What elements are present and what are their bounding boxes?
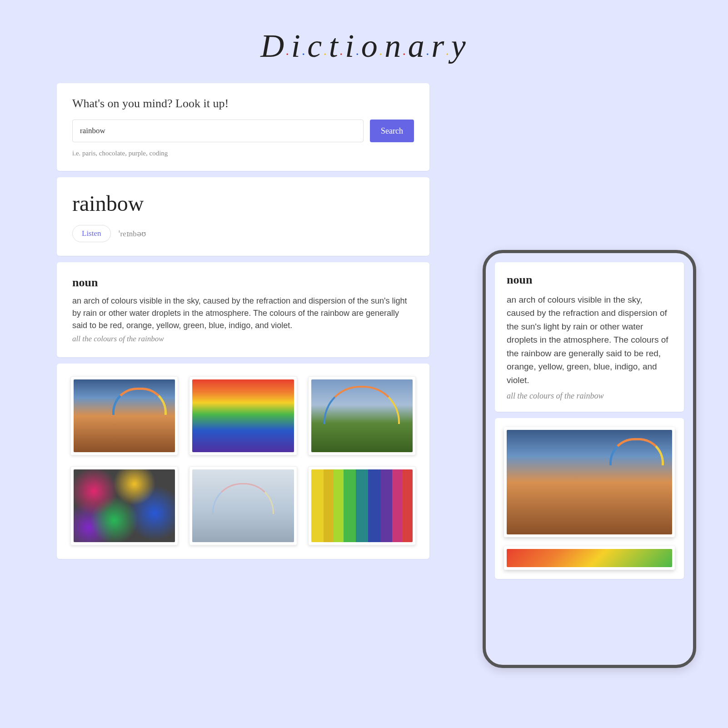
mobile-gallery-card: [495, 418, 684, 579]
gallery-thumb[interactable]: [308, 376, 416, 455]
search-title: What's on you mind? Look it up!: [72, 97, 414, 110]
word-card: rainbow Listen ˈreɪnbəʊ: [57, 177, 429, 256]
search-card: What's on you mind? Look it up! Search i…: [57, 83, 429, 171]
mobile-part-of-speech: noun: [507, 273, 672, 287]
rainbow-image: [74, 379, 175, 452]
gallery-thumb[interactable]: [308, 466, 416, 545]
mobile-definition-card: noun an arch of colours visible in the s…: [495, 262, 684, 412]
rainbow-image: [507, 549, 672, 567]
definition-card: noun an arch of colours visible in the s…: [57, 262, 429, 357]
logo-text: D.i.c.t.i.o.n.a.r.y: [260, 27, 468, 65]
gallery-thumb[interactable]: [70, 376, 178, 455]
gallery-thumb[interactable]: [189, 376, 297, 455]
search-hint: i.e. paris, chocolate, purple, coding: [72, 150, 414, 157]
rainbow-image: [507, 430, 672, 534]
gallery-thumb[interactable]: [189, 466, 297, 545]
word-heading: rainbow: [72, 191, 414, 216]
definition-text: an arch of colours visible in the sky, c…: [72, 295, 414, 332]
mobile-preview-frame: noun an arch of colours visible in the s…: [483, 250, 696, 668]
search-input[interactable]: [72, 120, 364, 142]
logo: D.i.c.t.i.o.n.a.r.y: [0, 0, 728, 83]
part-of-speech: noun: [72, 276, 414, 289]
rainbow-image: [311, 469, 413, 542]
mobile-gallery-thumb[interactable]: [504, 546, 675, 570]
mobile-example-text: all the colours of the rainbow: [507, 391, 672, 401]
mobile-definition-text: an arch of colours visible in the sky, c…: [507, 293, 672, 387]
rainbow-image: [74, 469, 175, 542]
rainbow-image: [311, 379, 413, 452]
gallery-card: [57, 364, 429, 559]
search-button[interactable]: Search: [370, 120, 414, 142]
rainbow-image: [192, 379, 294, 452]
main-column: What's on you mind? Look it up! Search i…: [57, 83, 429, 559]
listen-button[interactable]: Listen: [72, 225, 111, 242]
rainbow-image: [192, 469, 294, 542]
example-text: all the colours of the rainbow: [72, 334, 414, 344]
mobile-gallery-thumb[interactable]: [504, 427, 675, 537]
gallery-thumb[interactable]: [70, 466, 178, 545]
pronunciation-text: ˈreɪnbəʊ: [118, 229, 146, 239]
